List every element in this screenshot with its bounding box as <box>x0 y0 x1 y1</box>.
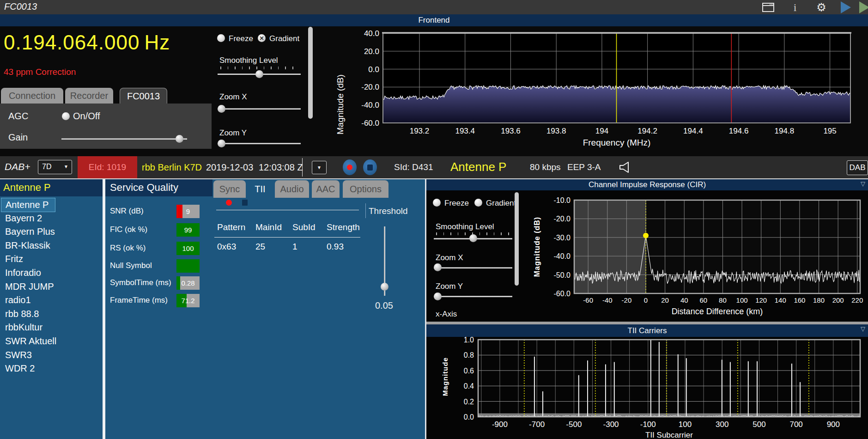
list-item[interactable]: SWR Aktuell <box>1 335 88 348</box>
list-item[interactable]: Bayern 2 <box>1 212 88 225</box>
freeze-radio[interactable] <box>217 34 225 42</box>
list-item[interactable]: Inforadio <box>1 266 88 280</box>
record-icon[interactable] <box>343 159 357 175</box>
tab-options[interactable]: Options <box>343 180 388 198</box>
svg-text:-40.0: -40.0 <box>554 252 571 260</box>
cir-panel-title: Channel Impulse Response (CIR) <box>589 180 706 189</box>
window-title: FC0013 <box>4 1 37 12</box>
smoothing-ticks <box>220 67 300 69</box>
tab-connection[interactable]: Connection <box>1 88 63 104</box>
svg-text:-700: -700 <box>529 420 545 429</box>
list-item[interactable]: BR-Klassik <box>1 239 88 252</box>
svg-text:TII Subcarrier: TII Subcarrier <box>645 431 693 439</box>
settings-icon[interactable]: ⚙ <box>814 1 828 13</box>
dropdown-arrow-icon[interactable]: ▼ <box>312 161 327 174</box>
info-icon[interactable]: i <box>788 1 802 13</box>
svg-text:80: 80 <box>719 296 727 304</box>
collapse-triangle-icon[interactable]: ▽ <box>861 180 865 187</box>
service-name: Antenne P <box>450 160 506 174</box>
tab-sync[interactable]: Sync <box>213 180 246 198</box>
cir-smoothing-slider-handle[interactable] <box>469 234 477 242</box>
tii-chart: 1.00.80.60.40.20.0-900-700-500-300-10010… <box>427 337 868 439</box>
zoomy-slider-handle[interactable] <box>218 140 225 147</box>
list-item[interactable]: Bayern Plus <box>1 225 88 238</box>
svg-text:-40: -40 <box>602 296 613 304</box>
list-item[interactable]: Fritz <box>1 252 88 266</box>
tab-tii[interactable]: TII <box>248 180 272 198</box>
svg-text:194.2: 194.2 <box>637 127 657 135</box>
stop-icon[interactable] <box>363 159 377 175</box>
record-dot-icon[interactable] <box>226 200 232 206</box>
cir-zoomx-slider-track[interactable] <box>434 267 512 268</box>
svg-text:194.4: 194.4 <box>683 127 703 135</box>
svg-text:0: 0 <box>644 296 648 304</box>
cir-zoomy-slider-handle[interactable] <box>434 293 442 300</box>
svg-text:100: 100 <box>679 420 692 429</box>
play-green-icon[interactable] <box>857 1 868 13</box>
tuner-tabs: ConnectionRecorderFC0013 <box>0 88 212 104</box>
dab-badge-label: DAB <box>850 163 866 172</box>
svg-text:300: 300 <box>716 420 728 429</box>
cir-controls: Freeze Gradient Smoothing Level Zoom X Z… <box>427 190 529 322</box>
smoothing-slider-handle[interactable] <box>255 70 263 78</box>
current-station-title: Antenne P <box>3 182 51 194</box>
svg-text:-100: -100 <box>640 420 656 429</box>
agc-radio[interactable] <box>62 112 70 120</box>
divider-line <box>216 210 359 210</box>
frontend-panel-header: Frontend <box>0 14 868 26</box>
svg-text:-500: -500 <box>566 420 582 429</box>
svg-text:0.0: 0.0 <box>368 65 379 74</box>
list-item[interactable]: MDR JUMP <box>1 280 88 293</box>
svg-text:60: 60 <box>700 296 708 304</box>
window-icon[interactable] <box>761 1 775 13</box>
list-item[interactable]: SWR3 <box>1 348 88 362</box>
channel-select[interactable]: 7D ▼ <box>38 160 72 174</box>
cir-zoomx-slider-handle[interactable] <box>434 263 442 271</box>
threshold-slider-handle[interactable] <box>381 283 388 291</box>
channel-value: 7D <box>42 163 51 171</box>
gain-slider-handle[interactable] <box>176 135 183 143</box>
bar-divider <box>302 158 303 177</box>
gain-slider-track[interactable] <box>61 138 187 140</box>
zoomx-slider-handle[interactable] <box>218 105 225 113</box>
tab-aac[interactable]: AAC <box>312 180 340 198</box>
zoomx-slider-track[interactable] <box>218 108 301 110</box>
stop-square-icon[interactable] <box>242 200 248 206</box>
metric-label: FIC (ok %) <box>110 225 147 234</box>
frequency-unit: Hz <box>144 31 170 54</box>
list-item[interactable]: rbbKultur <box>1 321 88 334</box>
cir-zoomy-slider-track[interactable] <box>434 296 512 297</box>
metric-value: 0.28 <box>176 276 200 290</box>
play-green-triangle <box>859 1 868 13</box>
station-sidebar-header: Antenne P <box>0 179 103 196</box>
tab-fc0013[interactable]: FC0013 <box>120 88 167 104</box>
table-cell: 0x63 <box>217 242 236 252</box>
svg-text:193.8: 193.8 <box>546 127 566 135</box>
svg-text:194.6: 194.6 <box>729 127 749 135</box>
svg-text:-900: -900 <box>492 420 508 429</box>
svg-text:120: 120 <box>755 296 767 304</box>
tab-recorder[interactable]: Recorder <box>65 88 113 104</box>
list-item[interactable]: WDR 2 <box>1 362 88 375</box>
zoomx-label: Zoom X <box>219 92 247 102</box>
threshold-value: 0.05 <box>375 300 393 311</box>
cir-controls-scrollbar[interactable] <box>515 192 519 286</box>
list-item[interactable]: rbb 88.8 <box>1 307 88 321</box>
speaker-icon[interactable] <box>618 161 630 176</box>
svg-text:40: 40 <box>680 296 688 304</box>
cir-gradient-radio[interactable] <box>474 199 482 207</box>
service-quality-title: Service Quality <box>110 182 178 194</box>
list-item[interactable]: Antenne P <box>1 198 55 212</box>
controls-scrollbar[interactable] <box>308 27 313 119</box>
gradient-radio[interactable] <box>258 34 266 42</box>
collapse-triangle-icon[interactable]: ▽ <box>861 325 865 332</box>
play-blue-icon[interactable] <box>839 1 853 13</box>
zoomy-slider-track[interactable] <box>218 143 301 144</box>
spectrum-controls: Freeze Gradient Smoothing Level Zoom X Z… <box>212 26 323 156</box>
list-item[interactable]: radio1 <box>1 293 88 307</box>
svg-text:0.8: 0.8 <box>464 351 474 359</box>
svg-text:220: 220 <box>851 296 863 304</box>
tab-audio[interactable]: Audio <box>275 180 309 198</box>
cir-xaxis-label: x-Axis <box>436 310 457 319</box>
cir-freeze-radio[interactable] <box>433 199 441 207</box>
